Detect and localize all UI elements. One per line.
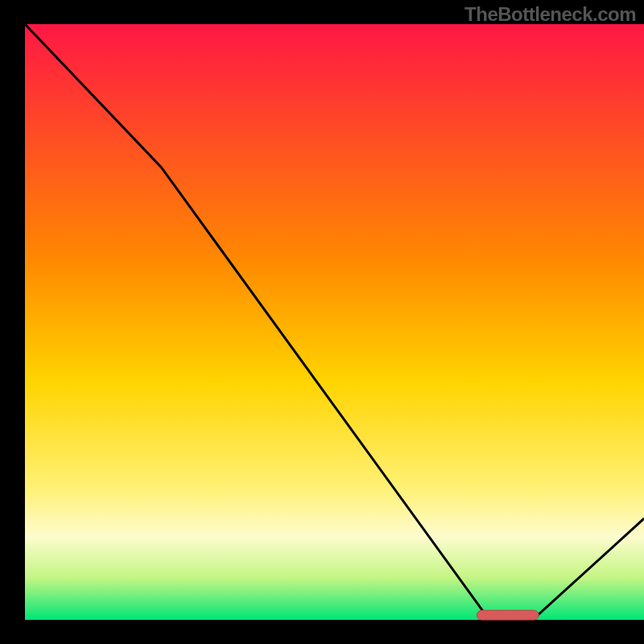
x-axis: [0, 620, 644, 644]
watermark-text: TheBottleneck.com: [464, 3, 636, 26]
optimal-range-marker: [477, 610, 539, 620]
bottleneck-chart: [0, 0, 644, 644]
chart-container: TheBottleneck.com: [0, 0, 644, 644]
plot-background: [25, 24, 644, 620]
y-axis: [0, 24, 25, 644]
